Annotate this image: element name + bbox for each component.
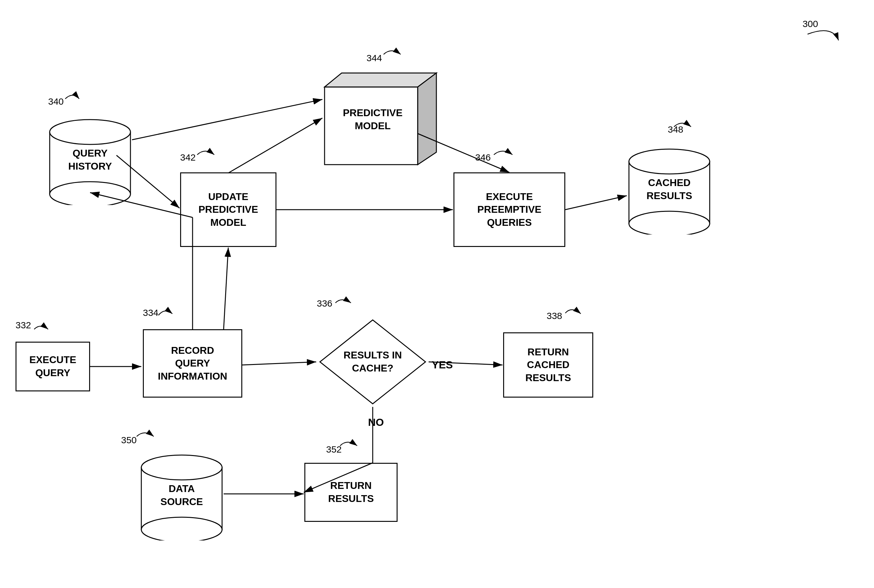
svg-point-2 <box>50 182 130 205</box>
ref-336: 336 <box>317 298 332 309</box>
svg-line-23 <box>228 118 322 173</box>
cached-results-cylinder: CACHEDRESULTS <box>627 144 711 234</box>
update-predictive-model-box: UPDATEPREDICTIVEMODEL <box>180 172 276 247</box>
data-source-cylinder: DATASOURCE <box>140 450 223 540</box>
svg-point-11 <box>141 517 222 540</box>
cached-results-label: CACHEDRESULTS <box>647 176 692 202</box>
return-cached-results-box: RETURNCACHEDRESULTS <box>503 332 593 398</box>
record-query-info-box: RECORDQUERYINFORMATION <box>143 329 242 398</box>
predictive-model-box: PREDICTIVEMODEL <box>323 72 438 168</box>
query-history-cylinder: QUERYHISTORY <box>48 115 132 205</box>
predictive-model-label: PREDICTIVEMODEL <box>343 106 403 132</box>
no-label: NO <box>368 416 384 428</box>
execute-query-box: EXECUTEQUERY <box>15 342 90 392</box>
svg-marker-5 <box>325 73 436 87</box>
ref-300: 300 <box>802 19 818 29</box>
ref-340: 340 <box>48 96 64 107</box>
results-in-cache-diamond: RESULTS INCACHE? <box>317 317 429 407</box>
return-results-box: RETURNRESULTS <box>304 463 397 522</box>
execute-preemptive-queries-box: EXECUTEPREEMPTIVEQUERIES <box>453 172 565 247</box>
svg-line-22 <box>223 248 228 329</box>
svg-line-24 <box>132 99 322 140</box>
query-history-label: QUERYHISTORY <box>68 147 112 173</box>
ref-352: 352 <box>326 444 342 455</box>
svg-line-15 <box>242 362 316 365</box>
svg-point-8 <box>629 211 710 234</box>
ref-344: 344 <box>366 53 382 63</box>
ref-350: 350 <box>121 435 136 446</box>
svg-line-27 <box>565 196 627 210</box>
ref-346: 346 <box>475 152 491 163</box>
svg-point-3 <box>50 120 130 144</box>
ref-342: 342 <box>180 152 196 163</box>
data-source-label: DATASOURCE <box>160 482 203 508</box>
ref-334: 334 <box>143 308 158 318</box>
svg-marker-6 <box>418 73 436 165</box>
diagram-container: 300 EXECUTEQUERY 332 RECORDQUERYINFORMAT… <box>0 0 874 588</box>
ref-348: 348 <box>668 124 683 135</box>
svg-point-9 <box>629 149 710 174</box>
results-in-cache-label: RESULTS INCACHE? <box>343 349 402 375</box>
ref-338: 338 <box>547 310 562 321</box>
svg-point-12 <box>141 455 222 480</box>
yes-label: YES <box>432 359 453 371</box>
ref-332: 332 <box>15 320 31 330</box>
